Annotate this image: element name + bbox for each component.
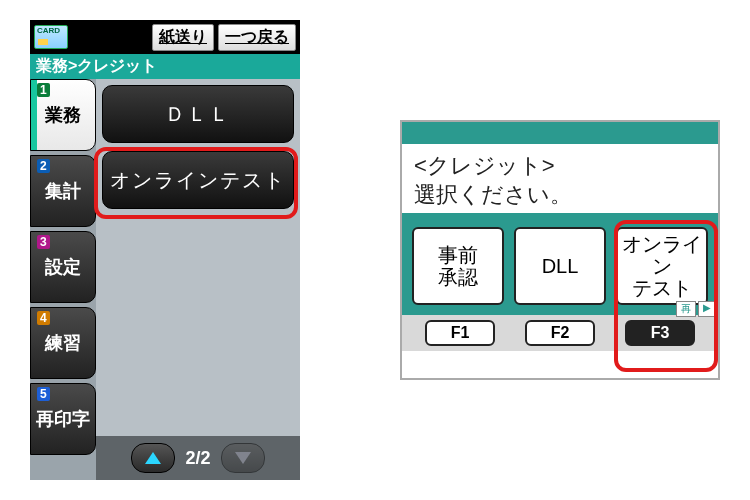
arrow-up-icon bbox=[145, 452, 161, 464]
option-dll[interactable]: DLL bbox=[514, 227, 606, 305]
tab-label: 集計 bbox=[45, 179, 81, 203]
function-key-row: F1 F2 F3 bbox=[402, 315, 718, 351]
tab-label: 練習 bbox=[45, 331, 81, 355]
back-button[interactable]: 一つ戻る bbox=[218, 24, 296, 51]
menu-item-dll[interactable]: ＤＬＬ bbox=[102, 85, 294, 143]
terminal-keypad-screen: <クレジット> 選択ください。 事前 承認 DLL オンライン テスト 再 ▶ … bbox=[400, 120, 720, 380]
sidebar: 1 業務 2 集計 3 設定 4 練習 5 再印字 bbox=[30, 79, 96, 480]
menu-item-online-test[interactable]: オンラインテスト bbox=[102, 151, 294, 209]
card-icon: CARD bbox=[34, 25, 68, 49]
next-page-icon[interactable]: ▶ bbox=[698, 301, 716, 317]
tab-number: 5 bbox=[37, 387, 50, 401]
breadcrumb: 業務>クレジット bbox=[30, 54, 300, 79]
sidebar-tab-gyoumu[interactable]: 1 業務 bbox=[30, 79, 96, 151]
arrow-down-icon bbox=[235, 452, 251, 464]
prompt-area: <クレジット> 選択ください。 bbox=[402, 144, 718, 213]
paper-feed-button[interactable]: 紙送り bbox=[152, 24, 214, 51]
tab-number: 2 bbox=[37, 159, 50, 173]
pager: 2/2 bbox=[96, 436, 300, 480]
tab-number: 4 bbox=[37, 311, 50, 325]
tab-number: 3 bbox=[37, 235, 50, 249]
sidebar-tab-shuukei[interactable]: 2 集計 bbox=[30, 155, 96, 227]
screen-title: <クレジット> bbox=[414, 152, 706, 181]
fkey-f1[interactable]: F1 bbox=[425, 320, 495, 346]
main-menu: ＤＬＬ オンラインテスト 2/2 bbox=[96, 79, 300, 480]
option-online-test[interactable]: オンライン テスト bbox=[616, 227, 708, 305]
option-prior-approval[interactable]: 事前 承認 bbox=[412, 227, 504, 305]
fkey-f3[interactable]: F3 bbox=[625, 320, 695, 346]
tab-label: 業務 bbox=[45, 103, 81, 127]
sidebar-tab-saiinji[interactable]: 5 再印字 bbox=[30, 383, 96, 455]
sidebar-tab-settei[interactable]: 3 設定 bbox=[30, 231, 96, 303]
prompt-text: 選択ください。 bbox=[414, 181, 706, 210]
sidebar-tab-renshuu[interactable]: 4 練習 bbox=[30, 307, 96, 379]
tab-number: 1 bbox=[37, 83, 50, 97]
page-nav: 再 ▶ bbox=[676, 301, 716, 317]
page-indicator: 2/2 bbox=[185, 448, 210, 469]
fkey-f2[interactable]: F2 bbox=[525, 320, 595, 346]
options-row: 事前 承認 DLL オンライン テスト 再 ▶ bbox=[402, 213, 718, 315]
terminal-touchscreen: CARD 紙送り 一つ戻る 業務>クレジット 1 業務 2 集計 3 設定 4 … bbox=[30, 20, 300, 480]
tab-label: 設定 bbox=[45, 255, 81, 279]
header-bar bbox=[402, 122, 718, 144]
tab-label: 再印字 bbox=[36, 407, 90, 431]
status-bar: CARD 紙送り 一つ戻る bbox=[30, 20, 300, 54]
page-down-button[interactable] bbox=[221, 443, 265, 473]
page-up-button[interactable] bbox=[131, 443, 175, 473]
redo-badge[interactable]: 再 bbox=[676, 301, 696, 317]
